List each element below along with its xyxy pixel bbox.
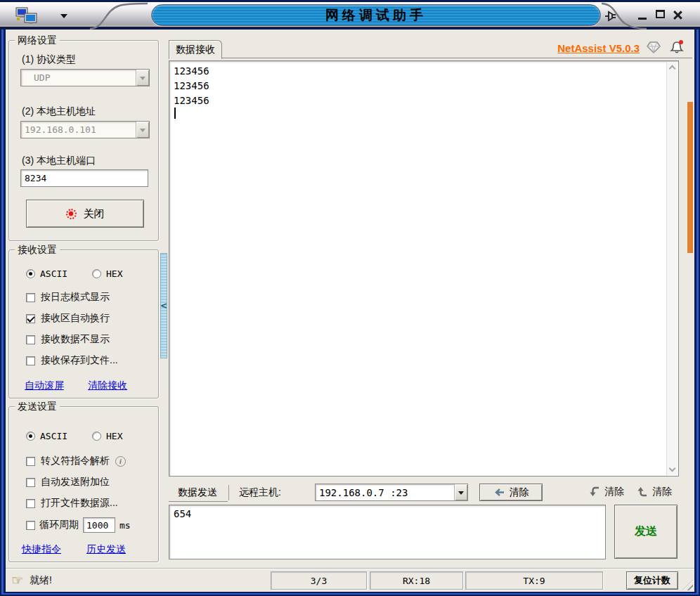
checkbox-icon[interactable]: [26, 457, 35, 466]
clear-send-area-button[interactable]: 清除: [635, 485, 672, 498]
frame-accent-left: [1, 30, 4, 593]
local-port-input[interactable]: 8234: [20, 169, 148, 187]
send-data-value: 654: [174, 508, 191, 519]
close-icon[interactable]: [673, 10, 682, 20]
connection-led-icon: [66, 209, 77, 219]
send-button[interactable]: 发送: [614, 505, 678, 559]
receive-scrollbar[interactable]: [666, 62, 678, 475]
send-settings-legend: 发送设置: [15, 401, 60, 413]
curved-up-arrow-icon: [635, 485, 649, 498]
checkbox-icon[interactable]: [26, 293, 35, 302]
receive-data-area[interactable]: 123456 123456 123456: [169, 60, 679, 477]
titlebar[interactable]: 网络调试助手: [0, 0, 700, 28]
protocol-type-value: UDP: [21, 70, 136, 86]
gem-icon[interactable]: [647, 41, 661, 57]
resize-grip[interactable]: [682, 580, 693, 590]
local-address-label: (2) 本地主机地址: [22, 105, 96, 118]
checkbox-icon[interactable]: [26, 335, 35, 344]
client-area: 网络设置 (1) 协议类型 UDP (2) 本地主机地址 192.168.0.1…: [6, 30, 694, 592]
collapse-chevron-icon: <: [160, 301, 167, 311]
receive-ascii-radio[interactable]: ASCII: [26, 268, 67, 279]
right-edge-scroll-thumb[interactable]: [687, 102, 693, 253]
network-settings-legend: 网络设置: [15, 34, 60, 47]
tx-count-panel: TX:9: [465, 571, 603, 590]
curved-down-arrow-icon: [588, 485, 601, 498]
send-data-input[interactable]: 654: [169, 505, 606, 559]
checkbox-icon[interactable]: [26, 356, 35, 365]
bell-notification-icon[interactable]: [669, 39, 686, 58]
status-ready-text: 就绪!: [30, 574, 52, 587]
auto-scroll-link[interactable]: 自动滚屏: [25, 380, 64, 392]
remote-host-combo[interactable]: 192.168.0.7 :23: [315, 484, 468, 501]
quick-commands-link[interactable]: 快捷指令: [22, 543, 61, 556]
version-link[interactable]: NetAssist V5.0.3: [554, 42, 640, 54]
combo-dropdown-arrow-icon[interactable]: [136, 122, 149, 138]
hide-received-checkbox[interactable]: 接收数据不显示: [26, 333, 110, 346]
cycle-unit-label: ms: [119, 520, 131, 531]
left-arrow-icon: [493, 488, 505, 497]
local-address-value: 192.168.0.101: [21, 122, 136, 138]
receive-settings-legend: 接收设置: [15, 244, 60, 257]
auto-append-checkbox[interactable]: 自动发送附加位: [26, 476, 110, 488]
local-address-combo[interactable]: 192.168.0.101: [20, 121, 150, 138]
titlebar-menu-dropdown-arrow-icon[interactable]: [60, 14, 67, 22]
radio-icon[interactable]: [26, 432, 35, 441]
file-source-checkbox[interactable]: 打开文件数据源...: [26, 497, 118, 510]
radio-icon[interactable]: [92, 269, 101, 278]
save-to-file-checkbox[interactable]: 接收保存到文件...: [26, 354, 118, 367]
local-port-label: (3) 本地主机端口: [22, 155, 96, 167]
network-settings-group: 网络设置 (1) 协议类型 UDP (2) 本地主机地址 192.168.0.1…: [8, 40, 159, 241]
scroll-up-icon[interactable]: [669, 65, 676, 72]
text-caret: [174, 108, 176, 119]
app-window: 网络调试助手 网络设置 (1) 协议类型 UDP (2) 本地主机地址 192.…: [0, 0, 700, 596]
tab-data-send[interactable]: 数据发送: [169, 484, 226, 502]
receive-line: 123456: [174, 79, 209, 93]
tab-strip-divider: [169, 58, 692, 58]
send-ascii-radio[interactable]: ASCII: [26, 431, 67, 441]
radio-icon[interactable]: [26, 269, 35, 278]
combo-dropdown-arrow-icon[interactable]: [136, 70, 149, 86]
combo-dropdown-arrow-icon[interactable]: [454, 484, 467, 500]
receive-hex-radio[interactable]: HEX: [92, 268, 122, 279]
minimize-icon[interactable]: [638, 12, 648, 26]
maximize-icon[interactable]: [656, 10, 665, 18]
log-mode-checkbox[interactable]: 按日志模式显示: [26, 291, 110, 304]
auto-wrap-checkbox[interactable]: 接收区自动换行: [26, 312, 110, 325]
app-network-icon[interactable]: [15, 6, 44, 29]
pointing-hand-icon: ☞: [11, 572, 23, 588]
radio-icon[interactable]: [92, 432, 101, 441]
sidebar-collapse-handle[interactable]: <: [160, 253, 167, 358]
rx-count-panel: RX:18: [370, 571, 463, 590]
info-icon[interactable]: i: [115, 456, 126, 467]
receive-settings-group: 接收设置 ASCII HEX 按日志模式显示 接收区自动换行 接收数据不显示: [8, 250, 159, 399]
checkbox-icon[interactable]: [26, 499, 35, 508]
statusbar: ☞ 就绪! 3/3 RX:18 TX:9 复位计数: [6, 568, 694, 592]
reset-count-button[interactable]: 复位计数: [626, 571, 678, 590]
escape-parse-checkbox[interactable]: 转义符指令解析 i: [26, 455, 126, 467]
close-connection-label: 关闭: [84, 207, 105, 221]
protocol-type-label: (1) 协议类型: [22, 53, 76, 66]
pin-icon[interactable]: [603, 9, 618, 26]
checkbox-icon[interactable]: [26, 314, 35, 323]
title-pill: 网络调试助手: [151, 4, 601, 26]
send-tab-separator: [228, 485, 229, 500]
cycle-period-input[interactable]: 1000: [83, 517, 115, 533]
frame-count-panel: 3/3: [271, 571, 367, 590]
cycle-period-checkbox[interactable]: 循环周期 1000 ms: [26, 517, 131, 533]
close-connection-button[interactable]: 关闭: [26, 200, 144, 228]
tab-data-receive[interactable]: 数据接收: [169, 40, 222, 59]
scroll-down-icon[interactable]: [669, 465, 676, 472]
frame-accent-right: [696, 30, 699, 593]
clear-receive-link[interactable]: 清除接收: [88, 380, 127, 392]
receive-line: 123456: [174, 93, 209, 108]
send-tab-divider: [169, 501, 228, 502]
checkbox-icon[interactable]: [26, 521, 35, 530]
frame-accent-bottom: [1, 593, 699, 595]
send-hex-radio[interactable]: HEX: [92, 431, 122, 441]
clear-receive-area-button[interactable]: 清除: [588, 485, 624, 498]
checkbox-icon[interactable]: [26, 478, 35, 487]
send-history-link[interactable]: 历史发送: [86, 543, 126, 556]
clear-remote-button[interactable]: 清除: [479, 484, 543, 501]
remote-host-value: 192.168.0.7 :23: [316, 484, 454, 500]
protocol-type-combo[interactable]: UDP: [20, 69, 150, 86]
